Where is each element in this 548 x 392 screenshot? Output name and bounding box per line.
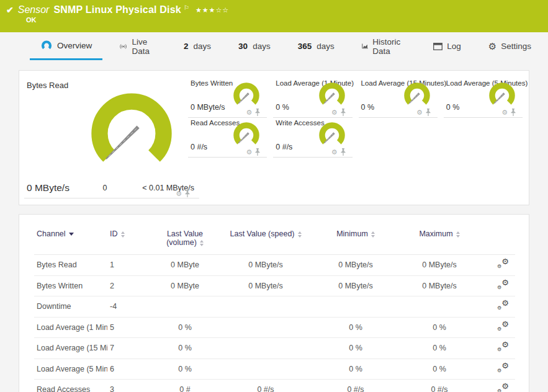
channel-settings-icon[interactable]: ⚙⚙: [497, 259, 509, 269]
last-value-speed: 0 MByte/s: [219, 275, 312, 296]
channel-row[interactable]: Downtime -4 ⚙⚙: [34, 296, 515, 318]
channel-id: 1: [107, 255, 151, 276]
last-value-volume: 0 #: [151, 380, 219, 392]
channel-row[interactable]: Bytes Read 1 0 MByte 0 MByte/s 0 MByte/s…: [34, 255, 515, 276]
pin-gauge-icon[interactable]: [254, 109, 261, 116]
column-header-minimum[interactable]: Minimum: [312, 226, 399, 255]
channel-id: 5: [107, 317, 151, 338]
column-header-last-value-speed[interactable]: Last Value (speed): [219, 226, 312, 255]
channel-row[interactable]: Load Average (1 Min... 5 0 % 0 % 0 % ⚙⚙: [34, 317, 515, 338]
channel-settings-icon[interactable]: ⚙⚙: [497, 322, 509, 331]
last-value-volume: 0 MByte: [151, 255, 219, 276]
minimum-value: [312, 296, 399, 318]
maximum-value: 0 %: [399, 338, 480, 359]
gauge-cell[interactable]: Load Average (15 Minutes) 0 % ⚙: [359, 78, 438, 118]
column-header-channel[interactable]: Channel: [34, 226, 107, 255]
column-header-id[interactable]: ID: [107, 226, 151, 255]
pin-gauge-icon[interactable]: [254, 148, 261, 156]
pin-gauge-icon[interactable]: [510, 109, 516, 116]
tab-live-data[interactable]: Live Data: [109, 32, 167, 60]
channel-settings-gear-icon[interactable]: ⚙: [331, 149, 338, 156]
maximum-value: 0 MByte/s: [399, 255, 480, 276]
tab-2-days[interactable]: 2days: [173, 32, 222, 60]
column-header-tools: [480, 226, 515, 255]
last-value-speed: 0 MByte/s: [219, 255, 312, 276]
ok-checkmark-icon: ✔: [6, 5, 14, 15]
gauge-cell-bytes-read[interactable]: Bytes Read 0 < 0.01 MByte/s 0 MByte/s ⚙: [24, 77, 199, 198]
last-value-volume: 0 %: [151, 317, 219, 338]
last-value-volume: 0 %: [151, 359, 219, 380]
channel-settings-icon[interactable]: ⚙⚙: [497, 301, 509, 310]
tab-historic-data[interactable]: Historic Data: [351, 32, 417, 60]
channel-settings-gear-icon[interactable]: ⚙: [246, 149, 252, 156]
small-gauge: [317, 82, 348, 110]
channel-name: Load Average (15 Mi...: [34, 338, 107, 359]
gauge-cell[interactable]: Write Accesses 0 #/s ⚙: [273, 118, 352, 158]
channel-settings-gear-icon[interactable]: ⚙: [331, 109, 338, 116]
maximum-value: 0 MByte/s: [399, 275, 480, 296]
last-value-speed: 0 #/s: [219, 380, 312, 392]
historic-chart-icon: [362, 42, 368, 50]
table-header-row: Channel ID Last Value (volume) Last Valu…: [34, 226, 515, 255]
channel-settings-gear-icon[interactable]: ⚙: [416, 109, 423, 116]
column-header-maximum[interactable]: Maximum: [399, 226, 480, 255]
stars-empty: ☆☆: [215, 6, 229, 14]
channel-row[interactable]: Bytes Written 2 0 MByte 0 MByte/s 0 MByt…: [34, 275, 515, 296]
channel-name: Bytes Read: [34, 255, 107, 276]
pin-gauge-icon[interactable]: [340, 109, 346, 116]
gauge-cell[interactable]: Load Average (1 Minute) 0 % ⚙: [273, 78, 352, 118]
channel-row[interactable]: Load Average (15 Mi... 7 0 % 0 % 0 % ⚙⚙: [34, 338, 515, 359]
channel-settings-icon[interactable]: ⚙⚙: [497, 363, 509, 373]
tab-log[interactable]: Log: [423, 32, 472, 60]
tab-settings[interactable]: ⚙ Settings: [478, 32, 542, 60]
channel-settings-icon[interactable]: ⚙⚙: [497, 384, 509, 392]
channel-name: Bytes Written: [34, 275, 107, 296]
last-value-volume: 0 %: [151, 338, 219, 359]
tab-365-days[interactable]: 365days: [287, 32, 345, 60]
small-gauge: [231, 122, 262, 150]
minimum-value: 0 MByte/s: [312, 275, 399, 296]
channels-table: Channel ID Last Value (volume) Last Valu…: [34, 226, 515, 392]
channel-row[interactable]: Load Average (5 Min... 6 0 % 0 % 0 % ⚙⚙: [34, 359, 515, 380]
stars-filled: ★★★: [195, 6, 216, 14]
channel-row[interactable]: Read Accesses 3 0 # 0 #/s 0 #/s 0 #/s ⚙⚙: [34, 380, 515, 392]
pin-gauge-icon[interactable]: [184, 190, 191, 197]
object-type-label: Sensor: [18, 4, 50, 16]
channels-table-panel: Channel ID Last Value (volume) Last Valu…: [19, 214, 529, 392]
column-header-last-value-volume[interactable]: Last Value (volume): [151, 226, 219, 255]
channel-settings-icon[interactable]: ⚙⚙: [497, 280, 509, 290]
last-value-volume: [151, 296, 219, 318]
channel-settings-gear-icon[interactable]: ⚙: [501, 109, 508, 116]
sort-desc-icon: [69, 233, 74, 236]
last-value-speed: [219, 359, 312, 380]
sort-icon: [371, 231, 375, 238]
minimum-value: 0 %: [312, 338, 399, 359]
channel-id: 3: [107, 380, 151, 392]
gauge-scale-min: 0: [97, 184, 112, 192]
minimum-value: 0 %: [312, 317, 399, 338]
gauge-cell[interactable]: Read Accesses 0 #/s ⚙: [188, 118, 267, 158]
pin-gauge-icon[interactable]: [425, 109, 431, 116]
tab-30-days[interactable]: 30days: [228, 32, 281, 60]
last-value-speed: [219, 338, 312, 359]
gauge-cell[interactable]: Bytes Written 0 MByte/s ⚙: [188, 78, 267, 118]
channel-name: Load Average (5 Min...: [34, 359, 107, 380]
small-gauge: [402, 82, 433, 110]
gauge-value: 0 #/s: [191, 143, 207, 151]
channel-settings-gear-icon[interactable]: ⚙: [176, 190, 182, 197]
flag-icon[interactable]: ⚐: [184, 4, 189, 11]
sensor-title: SNMP Linux Physical Disk: [53, 4, 181, 16]
channel-id: 7: [107, 338, 151, 359]
channel-name: Downtime: [34, 296, 107, 318]
maximum-value: [399, 296, 480, 318]
tab-overview[interactable]: Overview: [30, 32, 102, 60]
gauge-value: 0 MByte/s: [191, 103, 225, 112]
pin-gauge-icon[interactable]: [340, 148, 346, 156]
channel-settings-gear-icon[interactable]: ⚙: [246, 109, 252, 116]
small-gauge: [317, 122, 348, 150]
channel-id: -4: [107, 296, 151, 318]
gauge-cell[interactable]: Load Average (5 Minutes) 0 % ⚙: [444, 78, 523, 118]
maximum-value: 0 %: [399, 317, 480, 338]
channel-settings-icon[interactable]: ⚙⚙: [497, 342, 509, 352]
priority-stars[interactable]: ★★★☆☆: [195, 6, 229, 14]
